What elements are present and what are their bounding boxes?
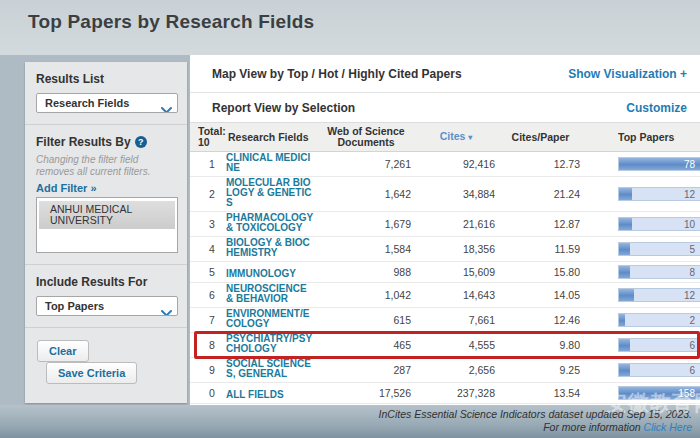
table-row: 0 ALL FIELDS 17,526 237,328 13.54 158 (190, 383, 700, 404)
click-here-link[interactable]: Click Here (644, 421, 692, 433)
top-papers-bar: 6 (618, 363, 700, 377)
row-rank: 7 (198, 314, 226, 326)
chevron-down-icon (161, 101, 172, 113)
row-cites: 237,328 (414, 387, 498, 399)
map-view-title: Map View by Top / Hot / Highly Cited Pap… (212, 67, 462, 81)
filter-results-label: Filter Results By? (36, 135, 178, 149)
include-results-value: Top Papers (45, 300, 104, 312)
row-wos-documents: 7,261 (318, 158, 414, 170)
sidebar-buttons: Clear Save Criteria (25, 328, 187, 384)
report-view-bar: Report View by Selection Customize (190, 93, 700, 122)
row-wos-documents: 17,526 (318, 387, 414, 399)
more-info-text: For more information Click Here (0, 421, 692, 434)
chevron-down-icon (161, 304, 172, 316)
title-bar: Top Papers by Research Fields (0, 0, 700, 55)
row-rank: 0 (198, 387, 226, 399)
include-results-section: Include Results For Top Papers (25, 265, 187, 328)
row-cites: 21,616 (414, 218, 498, 230)
top-papers-bar-fill (619, 243, 630, 255)
top-papers-bar: 10 (618, 217, 700, 231)
research-field-link[interactable]: NEUROSCIENCE & BEHAVIOR (226, 284, 314, 304)
table-header: Total: 10 Research Fields Web of Science… (190, 122, 700, 152)
row-cites: 4,555 (414, 339, 498, 351)
add-filter-link[interactable]: Add Filter » (36, 182, 97, 194)
row-rank: 8 (198, 339, 226, 351)
row-cites-per-paper: 14.05 (498, 289, 583, 301)
include-results-select[interactable]: Top Papers (36, 296, 178, 316)
filter-option-selected[interactable]: ANHUI MEDICAL UNIVERSITY (39, 201, 175, 229)
filter-listbox[interactable]: ANHUI MEDICAL UNIVERSITY (36, 197, 178, 253)
filter-section: Filter Results By? Changing the filter f… (25, 125, 187, 265)
top-papers-bar: 78 (618, 157, 700, 171)
top-papers-bar-fill (619, 218, 632, 230)
table-row: 5 IMMUNOLOGY 988 15,609 15.80 8 (190, 262, 700, 283)
row-cites: 92,416 (414, 158, 498, 170)
top-papers-bar-fill (619, 364, 630, 376)
report-view-title: Report View by Selection (212, 101, 355, 115)
row-cites: 2,656 (414, 364, 498, 376)
column-research-fields[interactable]: Research Fields (226, 132, 318, 143)
top-papers-value: 5 (689, 244, 695, 255)
results-list-value: Research Fields (45, 97, 129, 109)
row-cites-per-paper: 15.80 (498, 266, 583, 278)
column-wos-documents[interactable]: Web of Science Documents (318, 126, 414, 148)
column-cites-per-paper[interactable]: Cites/Paper (498, 132, 583, 143)
row-cites: 7,661 (414, 314, 498, 326)
top-papers-bar-fill (619, 188, 632, 200)
top-papers-bar-fill (619, 266, 630, 278)
row-wos-documents: 1,584 (318, 243, 414, 255)
top-papers-value: 8 (689, 267, 695, 278)
row-cites-per-paper: 12.87 (498, 218, 583, 230)
top-papers-value: 158 (678, 388, 695, 399)
sort-descending-icon: ▾ (468, 133, 472, 142)
row-cites-per-paper: 9.80 (498, 339, 583, 351)
save-criteria-button[interactable]: Save Criteria (46, 362, 137, 384)
research-field-link[interactable]: CLINICAL MEDICINE (226, 153, 314, 173)
row-cites-per-paper: 13.54 (498, 387, 583, 399)
table-row: 7 ENVIRONMENT/ECOLOGY 615 7,661 12.46 2 (190, 308, 700, 333)
row-cites-per-paper: 21.24 (498, 188, 583, 200)
table-row: 2 MOLECULAR BIOLOGY & GENETICS 1,642 34,… (190, 177, 700, 212)
research-field-link[interactable]: SOCIAL SCIENCES, GENERAL (226, 359, 314, 379)
research-field-link[interactable]: ALL FIELDS (226, 390, 284, 400)
top-papers-bar: 2 (618, 313, 700, 327)
row-cites: 14,643 (414, 289, 498, 301)
research-field-link[interactable]: IMMUNOLOGY (226, 269, 296, 279)
top-papers-bar: 12 (618, 288, 700, 302)
row-cites-per-paper: 9.25 (498, 364, 583, 376)
sidebar: Results List Research Fields Filter Resu… (25, 62, 187, 403)
table-row: 6 NEUROSCIENCE & BEHAVIOR 1,042 14,643 1… (190, 283, 700, 308)
research-field-link[interactable]: PSYCHIATRY/PSYCHOLOGY (226, 334, 314, 354)
research-field-link[interactable]: PHARMACOLOGY & TOXICOLOGY (226, 213, 314, 233)
results-list-select[interactable]: Research Fields (36, 93, 178, 113)
top-papers-bar: 8 (618, 265, 700, 279)
row-rank: 2 (198, 188, 226, 200)
top-papers-bar-fill (619, 289, 634, 301)
top-papers-bar-fill (619, 339, 630, 351)
customize-link[interactable]: Customize (626, 101, 687, 115)
top-papers-bar: 12 (618, 187, 700, 201)
column-total: Total: 10 (198, 126, 226, 148)
row-wos-documents: 1,642 (318, 188, 414, 200)
top-papers-bar: 6 (618, 338, 700, 352)
clear-button[interactable]: Clear (37, 340, 89, 362)
column-top-papers[interactable]: Top Papers (583, 132, 673, 143)
column-cites-sorted[interactable]: Cites ▾ (414, 131, 498, 143)
results-list-label: Results List (36, 72, 178, 86)
include-results-label: Include Results For (36, 275, 178, 289)
table-row: 1 CLINICAL MEDICINE 7,261 92,416 12.73 7… (190, 152, 700, 177)
research-field-link[interactable]: ENVIRONMENT/ECOLOGY (226, 309, 314, 329)
table-row: 3 PHARMACOLOGY & TOXICOLOGY 1,679 21,616… (190, 212, 700, 237)
row-rank: 9 (198, 364, 226, 376)
top-papers-bar-fill (619, 314, 625, 326)
research-field-link[interactable]: BIOLOGY & BIOCHEMISTRY (226, 238, 314, 258)
table-row: 9 SOCIAL SCIENCES, GENERAL 287 2,656 9.2… (190, 358, 700, 383)
main-panel: Map View by Top / Hot / Highly Cited Pap… (190, 55, 700, 405)
top-papers-value: 12 (684, 290, 695, 301)
research-field-link[interactable]: MOLECULAR BIOLOGY & GENETICS (226, 178, 314, 208)
row-cites-per-paper: 12.46 (498, 314, 583, 326)
map-view-bar: Map View by Top / Hot / Highly Cited Pap… (190, 55, 700, 93)
show-visualization-link[interactable]: Show Visualization + (568, 67, 687, 81)
help-icon[interactable]: ? (135, 136, 147, 148)
row-rank: 5 (198, 266, 226, 278)
